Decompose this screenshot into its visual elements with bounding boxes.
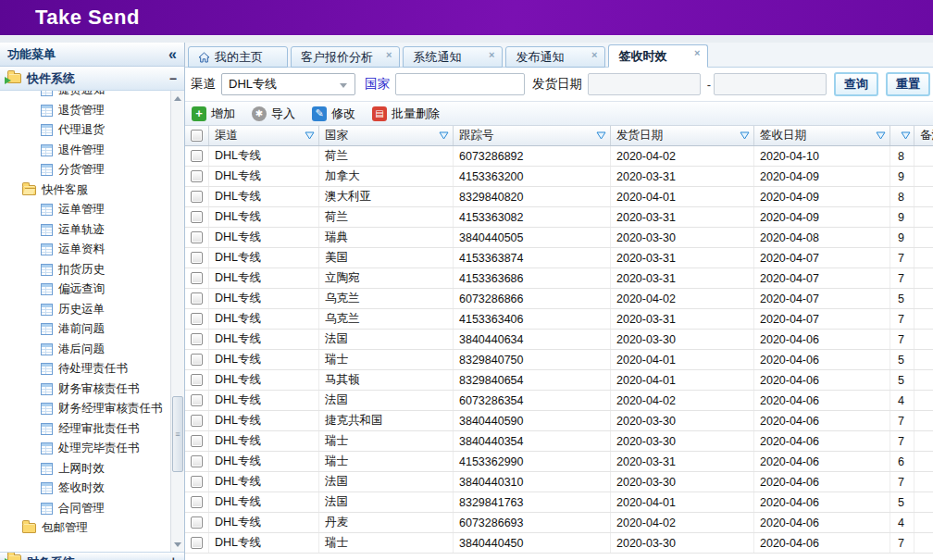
tree-item[interactable]: 运单资料 bbox=[0, 240, 170, 260]
table-row[interactable]: DHL专线瑞典38404405052020-03-302020-04-089 bbox=[185, 228, 933, 248]
table-row[interactable]: DHL专线美国41533638742020-03-312020-04-077 bbox=[185, 248, 933, 268]
column-header[interactable]: 发货日期 bbox=[611, 126, 754, 145]
accordion-panel-finance-system[interactable]: 财务系统 + bbox=[0, 552, 184, 560]
filter-icon[interactable] bbox=[901, 131, 911, 140]
close-icon[interactable] bbox=[386, 50, 392, 60]
table-row[interactable]: DHL专线加拿大41533632002020-03-312020-04-099 bbox=[185, 167, 933, 187]
table-row[interactable]: DHL专线丹麦60732866932020-04-022020-04-064 bbox=[185, 513, 933, 533]
row-checkbox[interactable] bbox=[191, 455, 203, 467]
filter-icon[interactable] bbox=[305, 131, 315, 140]
tree-item[interactable]: 运单轨迹 bbox=[0, 220, 170, 241]
tree-item[interactable]: 提货通知 bbox=[0, 91, 170, 101]
row-checkbox[interactable] bbox=[191, 231, 203, 243]
table-row[interactable]: DHL专线荷兰41533630822020-03-312020-04-099 bbox=[185, 207, 933, 228]
tree-item[interactable]: 历史运单 bbox=[0, 300, 170, 320]
filter-icon[interactable] bbox=[439, 131, 449, 140]
table-row[interactable]: DHL专线马其顿83298406542020-04-012020-04-065 bbox=[185, 370, 933, 391]
close-icon[interactable] bbox=[591, 50, 597, 60]
table-row[interactable]: DHL专线立陶宛41533636862020-03-312020-04-077 bbox=[185, 268, 933, 289]
tab-客户报价分析[interactable]: 客户报价分析 bbox=[291, 46, 400, 68]
row-checkbox[interactable] bbox=[191, 496, 203, 508]
tree-item[interactable]: 经理审批责任书 bbox=[0, 419, 170, 440]
tree-item[interactable]: 港后问题 bbox=[0, 340, 170, 360]
table-row[interactable]: DHL专线乌克兰60732868662020-04-022020-04-075 bbox=[185, 289, 933, 309]
row-checkbox[interactable] bbox=[191, 150, 203, 162]
tree-item[interactable]: 港前问题 bbox=[0, 319, 170, 340]
column-header[interactable]: 国家 bbox=[319, 126, 454, 145]
tree-item[interactable]: 合同管理 bbox=[0, 499, 170, 519]
row-checkbox[interactable] bbox=[191, 516, 203, 529]
row-checkbox[interactable] bbox=[191, 252, 203, 264]
row-checkbox[interactable] bbox=[191, 191, 203, 203]
accordion-panel-express-system[interactable]: 快件系统 − bbox=[0, 67, 184, 91]
table-row[interactable]: DHL专线澳大利亚83298408202020-04-012020-04-098 bbox=[185, 187, 933, 207]
tree-item[interactable]: 待处理责任书 bbox=[0, 359, 170, 380]
tree-item[interactable]: 分货管理 bbox=[0, 160, 170, 180]
row-checkbox[interactable] bbox=[191, 435, 203, 447]
table-row[interactable]: DHL专线捷克共和国38404405902020-03-302020-04-06… bbox=[185, 411, 933, 431]
panel-expand-icon[interactable]: + bbox=[169, 554, 177, 560]
scroll-up-icon[interactable] bbox=[171, 91, 184, 106]
scroll-down-icon[interactable] bbox=[171, 537, 184, 552]
row-checkbox[interactable] bbox=[191, 211, 203, 223]
tree-item[interactable]: 代理退货 bbox=[0, 120, 170, 141]
table-row[interactable]: DHL专线法国60732863542020-04-022020-04-064 bbox=[185, 391, 933, 411]
tree-item[interactable]: 退货管理 bbox=[0, 101, 170, 121]
row-checkbox[interactable] bbox=[191, 394, 203, 406]
country-input[interactable] bbox=[395, 73, 525, 95]
select-all-checkbox[interactable] bbox=[191, 130, 203, 142]
tree-item[interactable]: 财务审核责任书 bbox=[0, 380, 170, 400]
row-checkbox[interactable] bbox=[191, 333, 203, 345]
filter-icon[interactable] bbox=[876, 131, 886, 140]
sidebar-scrollbar[interactable] bbox=[170, 91, 184, 552]
filter-icon[interactable] bbox=[596, 131, 606, 140]
table-row[interactable]: DHL专线瑞士41533629902020-03-312020-04-066 bbox=[185, 452, 933, 472]
tree-item[interactable]: 包邮管理 bbox=[0, 518, 170, 539]
tab-发布通知[interactable]: 发布通知 bbox=[505, 46, 605, 68]
filter-icon[interactable] bbox=[740, 131, 750, 140]
toolbar-button[interactable]: 批量删除 bbox=[372, 106, 440, 122]
row-checkbox[interactable] bbox=[191, 292, 203, 305]
close-icon[interactable] bbox=[489, 50, 494, 60]
row-checkbox[interactable] bbox=[191, 313, 203, 325]
tree-item[interactable]: 上网时效 bbox=[0, 459, 170, 479]
tree-item[interactable]: 签收时效 bbox=[0, 479, 170, 499]
close-icon[interactable] bbox=[694, 48, 700, 58]
channel-select[interactable]: DHL专线 bbox=[221, 73, 355, 95]
tree-item[interactable]: 运单管理 bbox=[0, 200, 170, 220]
row-checkbox[interactable] bbox=[191, 537, 203, 549]
ship-date-from-input[interactable] bbox=[588, 73, 701, 95]
tree-item[interactable]: 快件客服 bbox=[0, 180, 170, 201]
table-row[interactable]: DHL专线瑞士38404403542020-03-302020-04-067 bbox=[185, 431, 933, 452]
row-checkbox[interactable] bbox=[191, 374, 203, 386]
tree-item[interactable]: 处理完毕责任书 bbox=[0, 439, 170, 459]
tab-我的主页[interactable]: 我的主页 bbox=[188, 46, 288, 68]
row-checkbox[interactable] bbox=[191, 272, 203, 284]
column-header[interactable] bbox=[890, 126, 914, 145]
ship-date-to-input[interactable] bbox=[714, 73, 827, 95]
column-header[interactable]: 备注 bbox=[914, 126, 933, 145]
table-row[interactable]: DHL专线瑞士83298407502020-04-012020-04-065 bbox=[185, 350, 933, 370]
table-row[interactable]: DHL专线乌克兰41533634062020-03-312020-04-077 bbox=[185, 309, 933, 330]
tab-签收时效[interactable]: 签收时效 bbox=[608, 44, 708, 68]
table-row[interactable]: DHL专线法国38404403102020-03-302020-04-067 bbox=[185, 472, 933, 492]
table-row[interactable]: DHL专线荷兰60732868922020-04-022020-04-108 bbox=[185, 146, 933, 167]
panel-collapse-icon[interactable]: − bbox=[169, 71, 177, 86]
tree-item[interactable]: 扣货历史 bbox=[0, 260, 170, 280]
tree-item[interactable]: 偏远查询 bbox=[0, 280, 170, 300]
column-header[interactable]: 签收日期 bbox=[754, 126, 890, 145]
reset-button[interactable]: 重置 bbox=[886, 72, 930, 96]
table-row[interactable]: DHL专线法国83298417632020-04-012020-04-065 bbox=[185, 492, 933, 513]
table-row[interactable]: DHL专线瑞士38404404502020-03-302020-04-067 bbox=[185, 533, 933, 554]
row-checkbox[interactable] bbox=[191, 170, 203, 182]
toolbar-button[interactable]: 导入 bbox=[252, 106, 295, 122]
row-checkbox[interactable] bbox=[191, 415, 203, 427]
row-checkbox[interactable] bbox=[191, 476, 203, 488]
tree-item[interactable]: 财务经理审核责任书 bbox=[0, 399, 170, 419]
column-header[interactable]: 跟踪号 bbox=[454, 126, 611, 145]
toolbar-button[interactable]: 修改 bbox=[312, 106, 355, 122]
row-checkbox[interactable] bbox=[191, 354, 203, 366]
column-header[interactable]: 渠道 bbox=[209, 126, 319, 145]
table-row[interactable]: DHL专线法国38404406342020-03-302020-04-067 bbox=[185, 330, 933, 350]
toolbar-button[interactable]: 增加 bbox=[192, 106, 235, 122]
